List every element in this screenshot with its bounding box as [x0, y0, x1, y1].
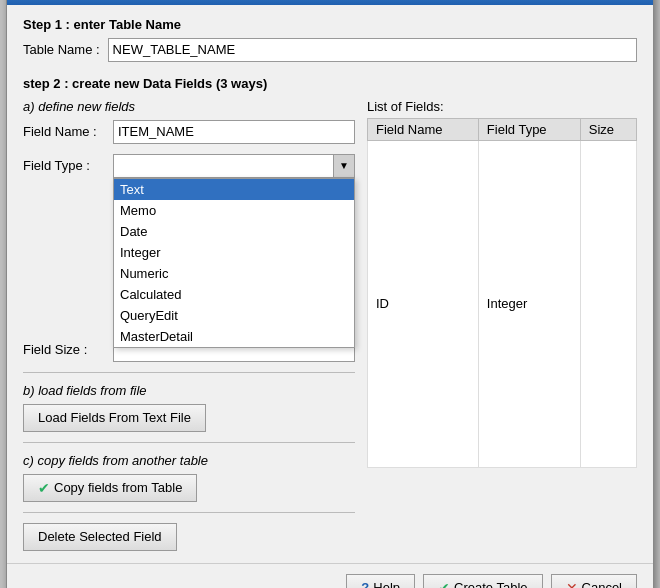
dropdown-item-date[interactable]: Date [114, 221, 354, 242]
bottom-bar: ? Help ✔ Create Table ✕ Cancel [7, 563, 653, 589]
separator-3 [23, 512, 355, 513]
cell-field-type: Integer [478, 140, 580, 467]
col-size: Size [580, 118, 636, 140]
step1-label: Step 1 : enter Table Name [23, 17, 637, 32]
step2-label: step 2 : create new Data Fields (3 ways) [23, 76, 637, 91]
field-type-dropdown-list[interactable]: Text Memo Date Integer Numeric Calculate… [113, 178, 355, 348]
load-fields-label: Load Fields From Text File [38, 410, 191, 425]
field-size-label: Field Size : [23, 342, 113, 357]
field-type-dropdown-wrapper: ▼ Text Memo Date Integer Numeric Calcula… [113, 154, 355, 178]
field-type-label: Field Type : [23, 158, 113, 173]
col-field-name: Field Name [368, 118, 479, 140]
content-area: Step 1 : enter Table Name Table Name : s… [7, 5, 653, 563]
field-name-row: Field Name : [23, 120, 355, 144]
field-name-input[interactable] [113, 120, 355, 144]
field-type-row: Field Type : ▼ Text Memo Date Integer Nu… [23, 154, 355, 178]
section-a-label: a) define new fields [23, 99, 355, 114]
field-name-label: Field Name : [23, 124, 113, 139]
cancel-x-icon: ✕ [566, 580, 578, 589]
cell-size [580, 140, 636, 467]
table-name-label: Table Name : [23, 42, 100, 57]
section-b-label: b) load fields from file [23, 383, 355, 398]
separator-2 [23, 442, 355, 443]
field-type-input[interactable] [113, 154, 355, 178]
delete-selected-button[interactable]: Delete Selected Field [23, 523, 177, 551]
table-name-input[interactable] [108, 38, 637, 62]
cancel-label: Cancel [582, 580, 622, 588]
copy-fields-button[interactable]: ✔ Copy fields from Table [23, 474, 197, 502]
create-table-label: Create Table [454, 580, 527, 588]
create-new-table-window: Create New Table ✕ Step 1 : enter Table … [6, 0, 654, 588]
help-button[interactable]: ? Help [346, 574, 415, 589]
cell-field-name: ID [368, 140, 479, 467]
col-field-type: Field Type [478, 118, 580, 140]
separator-1 [23, 372, 355, 373]
fields-list-label: List of Fields: [367, 99, 637, 114]
create-check-icon: ✔ [438, 580, 450, 589]
dropdown-item-calculated[interactable]: Calculated [114, 284, 354, 305]
load-fields-button[interactable]: Load Fields From Text File [23, 404, 206, 432]
table-row[interactable]: ID Integer [368, 140, 637, 467]
left-panel: a) define new fields Field Name : Field … [23, 99, 355, 551]
delete-selected-label: Delete Selected Field [38, 529, 162, 544]
section-c-label: c) copy fields from another table [23, 453, 355, 468]
main-area: a) define new fields Field Name : Field … [23, 99, 637, 551]
cancel-button[interactable]: ✕ Cancel [551, 574, 637, 589]
dropdown-item-masterdetail[interactable]: MasterDetail [114, 326, 354, 347]
help-label: Help [373, 580, 400, 588]
dropdown-item-numeric[interactable]: Numeric [114, 263, 354, 284]
dropdown-item-text[interactable]: Text [114, 179, 354, 200]
section-b: b) load fields from file Load Fields Fro… [23, 383, 355, 432]
dropdown-item-queryedit[interactable]: QueryEdit [114, 305, 354, 326]
question-icon: ? [361, 580, 369, 588]
copy-fields-label: Copy fields from Table [54, 480, 182, 495]
right-panel: List of Fields: Field Name Field Type Si… [367, 99, 637, 551]
check-icon: ✔ [38, 480, 50, 496]
fields-table: Field Name Field Type Size ID Integer [367, 118, 637, 468]
dropdown-item-memo[interactable]: Memo [114, 200, 354, 221]
create-table-button[interactable]: ✔ Create Table [423, 574, 542, 589]
dropdown-item-integer[interactable]: Integer [114, 242, 354, 263]
section-c: c) copy fields from another table ✔ Copy… [23, 453, 355, 502]
table-name-row: Table Name : [23, 38, 637, 62]
